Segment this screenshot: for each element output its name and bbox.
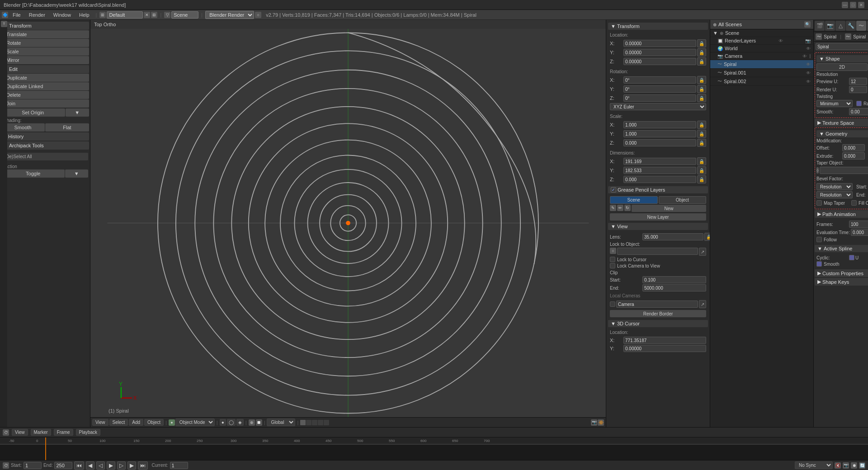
lock-cursor-cb[interactable] bbox=[610, 257, 615, 262]
scale-z-lock[interactable]: 🔒 bbox=[697, 139, 706, 147]
dim-y-field[interactable] bbox=[623, 167, 696, 174]
mirror-btn[interactable]: Mirror bbox=[4, 56, 89, 64]
outliner-item-spiral002[interactable]: 〜 Spiral.002 👁 bbox=[710, 77, 813, 86]
fill-caps-cb[interactable] bbox=[851, 200, 857, 206]
render-engine-select[interactable]: Blender Render Cycles Render bbox=[205, 11, 254, 19]
jump-start-btn[interactable]: ⏮ bbox=[74, 461, 84, 470]
loc-x-lock[interactable]: 🔒 bbox=[697, 39, 706, 47]
dim-z-lock[interactable]: 🔒 bbox=[697, 175, 706, 183]
playback-btn[interactable]: Playback bbox=[76, 429, 101, 436]
camera-cb[interactable] bbox=[610, 301, 615, 307]
camera-arrow[interactable]: ↗ bbox=[699, 300, 706, 308]
path-anim-header[interactable]: ▶ Path Animation bbox=[815, 210, 868, 218]
set-origin-btn[interactable]: Set Origin bbox=[1, 108, 65, 117]
layer-4[interactable] bbox=[318, 420, 323, 425]
renderlayers-cam[interactable]: 📷 bbox=[805, 38, 811, 43]
outliner-search-icon[interactable]: 🔍 bbox=[804, 21, 811, 28]
prev-frame-btn[interactable]: ◀ bbox=[86, 461, 94, 470]
lock-camera-cb[interactable] bbox=[610, 263, 615, 268]
scene-input[interactable] bbox=[171, 11, 198, 19]
offset-field[interactable] bbox=[842, 144, 865, 151]
clip-end-field[interactable] bbox=[642, 284, 706, 291]
scale-z-field[interactable] bbox=[623, 139, 696, 146]
render-props-icon[interactable]: 📷 bbox=[825, 21, 835, 31]
view-timeline-btn[interactable]: View bbox=[12, 429, 28, 436]
rot-x-lock[interactable]: 🔒 bbox=[697, 76, 706, 84]
end-frame[interactable] bbox=[54, 462, 72, 469]
edit-header[interactable]: ▼ Edit bbox=[1, 65, 89, 73]
preview-u-field[interactable] bbox=[849, 78, 867, 85]
bevel-factor-start-type[interactable]: Resolution bbox=[816, 183, 853, 190]
window-controls[interactable]: — □ ✕ bbox=[842, 2, 864, 8]
workspace-input[interactable] bbox=[107, 11, 143, 19]
scene-props-icon[interactable]: 🎬 bbox=[815, 21, 825, 31]
join-btn[interactable]: Join bbox=[4, 99, 89, 108]
sync-select[interactable]: No Sync Frame Drop Sync bbox=[795, 461, 833, 469]
active-spline-header[interactable]: ▼ Active Spline bbox=[815, 245, 868, 252]
workspace-add[interactable]: ✕ bbox=[144, 12, 150, 18]
modifier-props-icon[interactable]: 🔧 bbox=[846, 21, 856, 31]
timeline-camera-icon[interactable]: 📷 bbox=[843, 462, 849, 469]
close-btn[interactable]: ✕ bbox=[858, 2, 864, 8]
rotation-z-field[interactable] bbox=[623, 94, 696, 102]
camera-field[interactable] bbox=[616, 301, 698, 308]
spiral001-eye[interactable]: 👁 bbox=[806, 70, 811, 75]
transform-header[interactable]: ▼ Transform bbox=[1, 22, 89, 30]
spiral-nav-icon[interactable]: 〜 bbox=[816, 33, 822, 40]
shape-keys-header[interactable]: ▶ Shape Keys bbox=[815, 278, 868, 286]
duplicate-linked-btn[interactable]: Duplicate Linked bbox=[4, 82, 89, 90]
help-menu[interactable]: Help bbox=[75, 11, 93, 19]
lock-object-field[interactable] bbox=[617, 248, 698, 255]
snap-icon[interactable]: 🔲 bbox=[256, 419, 262, 426]
camera-eye[interactable]: 👁 bbox=[802, 54, 807, 59]
record-icon[interactable]: ⏺ bbox=[851, 462, 857, 469]
action-arrow[interactable]: ▼ bbox=[65, 169, 89, 178]
extrude-field[interactable] bbox=[842, 152, 865, 160]
viewport-shading-solid[interactable]: ● bbox=[220, 419, 226, 426]
duplicate-btn[interactable]: Duplicate bbox=[4, 74, 89, 82]
location-x-field[interactable] bbox=[623, 40, 696, 47]
render-u-field[interactable] bbox=[849, 86, 867, 93]
clip-start-field[interactable] bbox=[642, 276, 706, 283]
dim-z-field[interactable] bbox=[623, 176, 696, 183]
grease-new-layer-btn[interactable]: New Layer bbox=[610, 213, 706, 221]
scale-btn[interactable]: Scale bbox=[4, 47, 89, 56]
scale-x-field[interactable] bbox=[623, 121, 696, 128]
flat-btn[interactable]: Flat bbox=[45, 123, 89, 132]
next-frame-btn[interactable]: ▶ bbox=[127, 461, 136, 470]
spiral-data-icon[interactable]: 〜 bbox=[845, 33, 851, 40]
object-mode-select[interactable]: Object Mode Edit Mode Sculpt Mode bbox=[175, 418, 215, 426]
frame-btn[interactable]: Frame bbox=[54, 429, 73, 436]
translate-btn[interactable]: Translate bbox=[4, 30, 89, 38]
deselect-all-btn[interactable]: (De)Select All bbox=[2, 153, 88, 160]
location-z-field[interactable] bbox=[623, 58, 696, 65]
layer-2[interactable] bbox=[306, 420, 311, 425]
layer-3[interactable] bbox=[312, 420, 317, 425]
grease-draw-icon[interactable]: ✎ bbox=[610, 205, 616, 211]
viewport-render-icon[interactable]: 🔆 bbox=[598, 419, 604, 426]
delete-btn[interactable]: Delete bbox=[4, 91, 89, 99]
frames-field[interactable] bbox=[849, 221, 868, 228]
radius-cb[interactable] bbox=[856, 101, 862, 106]
prev-keyframe-btn[interactable]: ◁ bbox=[96, 461, 105, 470]
playhead[interactable] bbox=[45, 437, 46, 460]
taper-field[interactable] bbox=[820, 167, 868, 174]
outliner-item-world[interactable]: 🌍 World 👁 bbox=[710, 45, 813, 52]
scale-x-lock[interactable]: 🔒 bbox=[697, 121, 706, 129]
view-section-header[interactable]: ▼ View bbox=[608, 223, 708, 230]
smooth-field[interactable] bbox=[849, 108, 868, 115]
history-header[interactable]: ▶ History bbox=[1, 132, 89, 141]
action-value-btn[interactable]: Toggle bbox=[2, 169, 65, 178]
viewport-shading-wire[interactable]: ◯ bbox=[227, 419, 236, 426]
outliner-item-spiral[interactable]: 〜 Spiral 👁 bbox=[710, 60, 813, 69]
loc-z-lock[interactable]: 🔒 bbox=[697, 57, 706, 66]
rotation-y-field[interactable] bbox=[623, 85, 696, 93]
outliner-item-renderlayers[interactable]: 🔲 RenderLayers 👁 📷 bbox=[710, 37, 813, 45]
geometry-header[interactable]: ▼ Geometry bbox=[816, 130, 868, 137]
set-origin-arrow[interactable]: ▼ bbox=[66, 108, 90, 117]
blender-logo[interactable]: 🔷 bbox=[2, 12, 8, 18]
bevel-factor-end-type[interactable]: Resolution bbox=[816, 191, 853, 198]
grease-edit-icon[interactable]: ✏ bbox=[617, 205, 623, 211]
scale-y-field[interactable] bbox=[623, 130, 696, 137]
curve-data-icon[interactable]: 〜 bbox=[856, 21, 866, 31]
